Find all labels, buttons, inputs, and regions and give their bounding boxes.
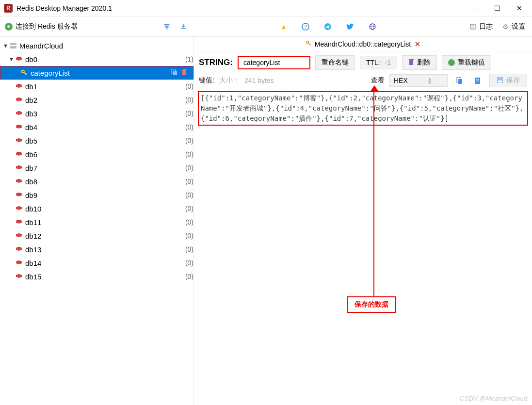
reload-button[interactable]: 重载键值 — [442, 55, 491, 70]
database-icon — [15, 219, 23, 225]
tree-db[interactable]: db2(0) — [0, 93, 193, 107]
database-icon — [15, 97, 23, 103]
tree-db[interactable]: db11(0) — [0, 215, 193, 229]
tree-db[interactable]: db5(0) — [0, 134, 193, 147]
database-icon — [15, 83, 23, 89]
copy-icon[interactable] — [171, 69, 177, 77]
db-count: (0) — [185, 150, 193, 158]
log-button[interactable]: 日志 — [469, 22, 493, 31]
rename-button[interactable]: 重命名键 — [315, 55, 355, 70]
tree-connection[interactable]: ▼ MeandrCloud — [0, 39, 193, 52]
annotation-line — [373, 88, 374, 296]
db-count: (0) — [185, 245, 193, 253]
doc-icon[interactable] — [471, 75, 484, 86]
database-icon — [15, 192, 23, 198]
delete-button[interactable]: 删除 — [402, 55, 437, 70]
settings-button[interactable]: ⚙ 设置 — [502, 22, 525, 31]
tree-db[interactable]: db9(0) — [0, 188, 193, 202]
tree-db[interactable]: db15(0) — [0, 270, 193, 283]
tab-title: MeandrCloud::db0::categoryList — [315, 40, 411, 48]
view-mode-value: HEX — [394, 77, 408, 84]
database-icon — [15, 206, 23, 211]
database-icon — [15, 233, 23, 239]
key-type-label: STRING: — [199, 58, 233, 67]
db-label: db3 — [25, 110, 182, 118]
twitter-icon[interactable] — [346, 23, 354, 31]
ttl-button[interactable]: TTL: -1 — [360, 56, 397, 69]
server-icon — [9, 42, 17, 49]
db-label: db4 — [25, 123, 182, 131]
minimize-button[interactable]: — — [468, 3, 482, 13]
window-controls: — ☐ ✕ — [468, 3, 526, 13]
db-count: (0) — [185, 232, 193, 240]
log-label: 日志 — [479, 22, 493, 31]
tree-key-categorylist[interactable]: categoryList — [0, 66, 193, 80]
db-count: (0) — [185, 110, 193, 117]
svg-rect-18 — [182, 69, 187, 70]
svg-rect-12 — [10, 43, 16, 45]
key-name-input[interactable]: categoryList — [238, 56, 310, 69]
tree-db[interactable]: db14(0) — [0, 256, 193, 270]
settings-label: 设置 — [512, 22, 525, 31]
chevron-down-icon: ▼ — [3, 43, 9, 49]
delete-icon[interactable] — [181, 69, 187, 77]
size-value: 241 bytes — [244, 77, 274, 84]
database-icon — [15, 274, 23, 279]
tree-db0[interactable]: ▼ db0 (1) — [0, 52, 193, 66]
svg-text:?: ? — [304, 24, 307, 30]
db-label: db10 — [25, 205, 182, 213]
log-icon — [469, 23, 476, 30]
tree-db[interactable]: db13(0) — [0, 243, 193, 256]
db-count: (0) — [185, 96, 193, 104]
db-label: db11 — [25, 218, 182, 227]
tree-db[interactable]: db3(0) — [0, 107, 193, 120]
trash-icon — [408, 59, 414, 67]
warning-icon[interactable]: ▲ — [280, 23, 287, 31]
svg-rect-16 — [173, 71, 177, 75]
tab-header: MeandrCloud::db0::categoryList ✕ — [194, 37, 532, 51]
help-icon[interactable]: ? — [302, 23, 309, 31]
globe-icon[interactable] — [369, 23, 376, 31]
db-label: db2 — [25, 96, 182, 104]
value-bar: 键值: 大小： 241 bytes 查看 HEX ▲▼ 保存 — [194, 74, 532, 91]
save-button[interactable]: 保存 — [489, 74, 527, 87]
import-icon[interactable] — [177, 21, 189, 32]
key-icon — [20, 69, 29, 76]
svg-rect-1 — [165, 26, 169, 28]
row-actions — [171, 69, 193, 77]
close-button[interactable]: ✕ — [513, 3, 526, 13]
tree-db[interactable]: db1(0) — [0, 80, 193, 93]
maximize-button[interactable]: ☐ — [490, 3, 504, 13]
view-mode-select[interactable]: HEX ▲▼ — [389, 74, 448, 87]
telegram-icon[interactable] — [324, 23, 332, 31]
filter-icon[interactable] — [161, 21, 173, 32]
copy-value-icon[interactable] — [452, 75, 466, 86]
toolbar: + 连接到 Redis 服务器 ▲ ? 日志 ⚙ 设置 — [0, 16, 532, 37]
tree-db[interactable]: db10(0) — [0, 202, 193, 215]
value-textarea[interactable]: [{"id":1,"categoryName":"博客"},{"id":2,"c… — [198, 91, 528, 126]
tab-close-icon[interactable]: ✕ — [415, 40, 420, 48]
gear-icon: ⚙ — [502, 23, 509, 31]
main: ▼ MeandrCloud ▼ db0 (1) categoryList — [0, 37, 532, 405]
db-label: db1 — [25, 82, 182, 91]
chevron-updown-icon: ▲▼ — [427, 77, 433, 84]
connect-button[interactable]: + 连接到 Redis 服务器 — [5, 22, 78, 31]
watermark: CSDN @MeanderCloud — [460, 395, 527, 402]
titlebar: R Redis Desktop Manager 2020.1 — ☐ ✕ — [0, 0, 532, 16]
key-info-bar: STRING: categoryList 重命名键 TTL: -1 删除 重载键… — [194, 51, 532, 74]
sidebar-tree[interactable]: ▼ MeandrCloud ▼ db0 (1) categoryList — [0, 37, 194, 405]
reload-icon — [448, 59, 455, 66]
tree-db[interactable]: db12(0) — [0, 229, 193, 243]
db-label: db5 — [25, 137, 182, 145]
view-label: 查看 — [371, 76, 385, 85]
tree-db[interactable]: db7(0) — [0, 161, 193, 175]
svg-rect-20 — [409, 60, 413, 65]
db-label: db9 — [25, 191, 182, 199]
database-icon — [15, 138, 23, 144]
svg-rect-2 — [166, 28, 168, 29]
tree-db[interactable]: db8(0) — [0, 175, 193, 188]
database-icon — [15, 124, 23, 130]
tree-db[interactable]: db6(0) — [0, 147, 193, 161]
database-icon — [15, 151, 23, 157]
tree-db[interactable]: db4(0) — [0, 120, 193, 134]
